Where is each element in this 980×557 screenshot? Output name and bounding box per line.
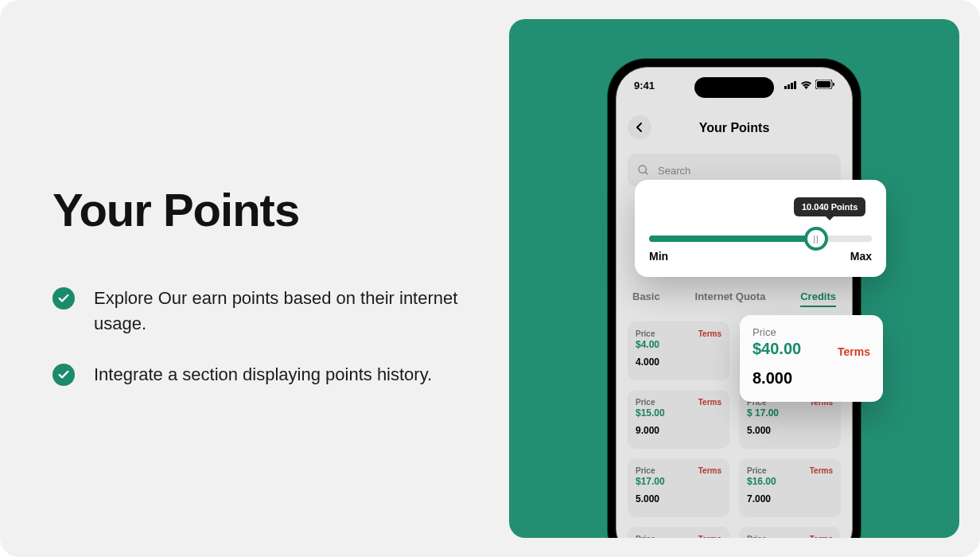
points-value: 7.000 — [747, 493, 833, 504]
svg-rect-2 — [791, 83, 793, 89]
price-value: $ 17.00 — [747, 407, 779, 419]
price-label: Price — [747, 466, 776, 475]
search-placeholder: Search — [658, 165, 690, 177]
svg-rect-6 — [833, 83, 834, 86]
phone-notch — [694, 77, 774, 98]
svg-rect-5 — [817, 81, 830, 88]
price-value: $16.00 — [747, 476, 776, 487]
terms-link[interactable]: Terms — [698, 398, 721, 407]
back-button[interactable] — [628, 115, 651, 139]
page-title: Your Points — [52, 183, 461, 236]
price-value: $15.00 — [636, 407, 665, 419]
terms-link[interactable]: Terms — [698, 466, 721, 475]
tabs: Basic Internet Quota Credits — [628, 290, 841, 307]
slider-track[interactable]: || — [649, 236, 872, 242]
price-label: Price — [636, 329, 659, 338]
battery-icon — [815, 80, 834, 92]
check-icon — [52, 287, 75, 310]
bullet-item: Explore Our earn points based on their i… — [52, 286, 461, 337]
terms-link[interactable]: Terms — [698, 329, 721, 338]
price-card-item[interactable]: Price$19.00Terms — [628, 527, 729, 538]
app-title: Your Points — [699, 121, 770, 135]
tab-credits[interactable]: Credits — [800, 290, 836, 307]
slider-fill — [649, 236, 816, 242]
bullet-item: Integrate a section displaying points hi… — [52, 362, 461, 388]
price-card-item[interactable]: Price$16.00Terms 7.000 — [739, 458, 841, 517]
price-label: Price — [752, 326, 801, 338]
slider-handle[interactable]: || — [804, 227, 828, 251]
terms-link[interactable]: Terms — [810, 466, 833, 475]
search-icon — [637, 164, 650, 177]
slider-max-label: Max — [850, 250, 872, 263]
svg-point-7 — [639, 166, 646, 173]
points-value: 5.000 — [747, 425, 833, 436]
bullet-text: Integrate a section displaying points hi… — [94, 362, 432, 388]
chevron-left-icon — [636, 122, 644, 133]
bullet-text: Explore Our earn points based on their i… — [94, 286, 460, 337]
svg-line-8 — [645, 172, 648, 174]
price-label: Price — [747, 535, 776, 538]
status-time: 9:41 — [634, 80, 655, 92]
terms-link[interactable]: Terms — [810, 535, 833, 538]
featured-price-card[interactable]: Price $40.00 Terms 8.000 — [740, 315, 883, 402]
terms-link[interactable]: Terms — [838, 345, 870, 358]
slider-min-label: Min — [649, 250, 668, 263]
svg-rect-3 — [794, 81, 796, 89]
check-icon — [52, 364, 75, 386]
price-value: $40.00 — [752, 340, 801, 358]
slider-tooltip: 10.040 Points — [794, 197, 865, 216]
price-label: Price — [636, 535, 665, 538]
signal-icon — [784, 80, 797, 92]
points-slider-card: 10.040 Points || Min Max — [635, 180, 886, 277]
points-value: 9.000 — [636, 425, 721, 436]
price-label: Price — [636, 466, 665, 475]
price-value: $4.00 — [636, 339, 659, 350]
tab-internet-quota[interactable]: Internet Quota — [695, 290, 766, 307]
svg-rect-0 — [784, 86, 787, 89]
points-value: 4.000 — [636, 356, 721, 368]
price-card-item[interactable]: Price$15.00Terms 9.000 — [628, 390, 729, 449]
price-card-item[interactable]: Price$20.00Terms — [739, 527, 841, 538]
price-card-item[interactable]: Price$17.00Terms 5.000 — [628, 458, 729, 517]
phone-frame: 9:41 Your Points — [608, 59, 861, 538]
price-label: Price — [636, 398, 665, 407]
showcase-panel: 9:41 Your Points — [509, 19, 959, 538]
svg-rect-1 — [788, 84, 790, 89]
price-card-item[interactable]: Price$4.00Terms 4.000 — [628, 321, 729, 380]
points-value: 8.000 — [752, 369, 870, 388]
wifi-icon — [800, 80, 812, 92]
points-value: 5.000 — [636, 493, 721, 504]
price-value: $17.00 — [636, 476, 665, 487]
tab-basic[interactable]: Basic — [632, 290, 660, 307]
terms-link[interactable]: Terms — [698, 535, 721, 538]
